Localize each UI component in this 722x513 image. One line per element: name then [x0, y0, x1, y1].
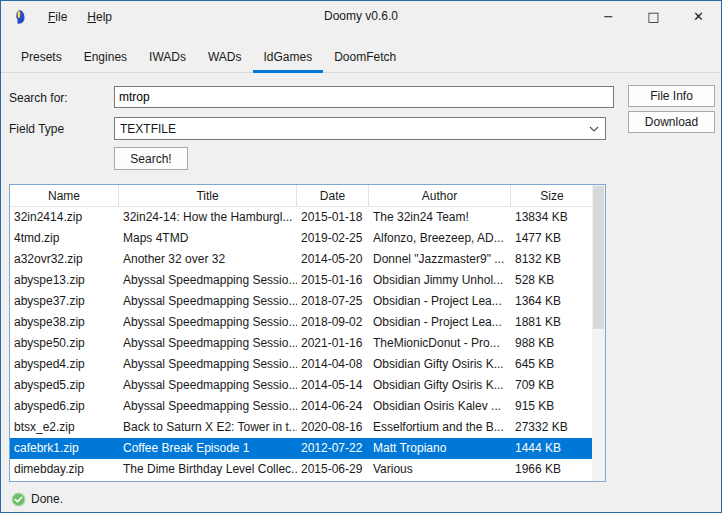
cell-title: Coffee Break Episode 1 — [119, 438, 297, 459]
cell-size: 1966 KB — [511, 459, 592, 480]
cell-date: 2015-01-16 — [297, 270, 369, 291]
cell-name: abysped6.zip — [10, 396, 119, 417]
minimize-button[interactable]: − — [586, 1, 631, 32]
cell-name: 4tmd.zip — [10, 228, 119, 249]
cell-name: abysped5.zip — [10, 375, 119, 396]
cell-name: abyspe13.zip — [10, 270, 119, 291]
cell-title: Abyssal Speedmapping Sessio... — [119, 291, 297, 312]
tab-wads[interactable]: WADs — [197, 45, 253, 73]
cell-date: 2018-09-02 — [297, 312, 369, 333]
app-icon — [12, 9, 28, 25]
cell-author: TheMionicDonut - Pro... — [369, 333, 511, 354]
tab-idgames[interactable]: IdGames — [253, 45, 324, 73]
cell-title: Another 32 over 32 — [119, 249, 297, 270]
cell-author: Obsidian Gifty Osiris K... — [369, 375, 511, 396]
search-button[interactable]: Search! — [114, 147, 188, 170]
cell-size: 27332 KB — [511, 417, 592, 438]
field-type-dropdown[interactable]: TEXTFILE — [114, 117, 606, 140]
header-date[interactable]: Date — [297, 185, 369, 206]
cell-title: Abyssal Speedmapping Sessio... — [119, 312, 297, 333]
results-table: Name Title Date Author Size 32in2414.zip… — [9, 184, 606, 482]
table-row[interactable]: dmxopl.zipDMXOPL v2.102017-05-20ConSiGno… — [10, 480, 592, 481]
cell-date: 2021-01-16 — [297, 333, 369, 354]
vertical-scrollbar[interactable] — [592, 185, 605, 481]
table-row[interactable]: btsx_e2.zipBack to Saturn X E2: Tower in… — [10, 417, 592, 438]
table-row[interactable]: abysped6.zipAbyssal Speedmapping Sessio.… — [10, 396, 592, 417]
cell-name: abyspe50.zip — [10, 333, 119, 354]
app-window: File Help Doomy v0.6.0 − □ ✕ Presets Eng… — [0, 0, 722, 513]
cell-name: abyspe38.zip — [10, 312, 119, 333]
menu-bar: File Help — [38, 6, 122, 28]
cell-title: Abyssal Speedmapping Sessio... — [119, 375, 297, 396]
title-bar: File Help Doomy v0.6.0 − □ ✕ — [1, 1, 721, 32]
cell-size: 709 KB — [511, 375, 592, 396]
table-header: Name Title Date Author Size — [10, 185, 605, 207]
field-type-label: Field Type — [9, 122, 64, 136]
cell-date: 2014-05-20 — [297, 249, 369, 270]
window-controls: − □ ✕ — [586, 1, 721, 32]
table-row[interactable]: 4tmd.zipMaps 4TMD2019-02-25Alfonzo, Bree… — [10, 228, 592, 249]
cell-date: 2015-06-29 — [297, 459, 369, 480]
cell-size: 1477 KB — [511, 228, 592, 249]
cell-author: Matt Tropiano — [369, 438, 511, 459]
cell-date: 2012-07-22 — [297, 438, 369, 459]
cell-size: 8132 KB — [511, 249, 592, 270]
tab-doomfetch[interactable]: DoomFetch — [323, 45, 407, 73]
field-type-value: TEXTFILE — [115, 122, 583, 136]
cell-name: dimebday.zip — [10, 459, 119, 480]
table-row[interactable]: abyspe38.zipAbyssal Speedmapping Sessio.… — [10, 312, 592, 333]
scrollbar-thumb[interactable] — [593, 186, 604, 329]
search-input[interactable] — [114, 86, 614, 108]
cell-name: dmxopl.zip — [10, 480, 119, 481]
header-size[interactable]: Size — [511, 185, 593, 206]
menu-file[interactable]: File — [38, 6, 77, 28]
tab-presets[interactable]: Presets — [10, 45, 73, 73]
close-icon: ✕ — [693, 9, 704, 24]
cell-title: Abyssal Speedmapping Sessio... — [119, 396, 297, 417]
table-row[interactable]: abyspe13.zipAbyssal Speedmapping Sessio.… — [10, 270, 592, 291]
download-button[interactable]: Download — [628, 111, 715, 133]
cell-date: 2015-01-18 — [297, 207, 369, 228]
maximize-button[interactable]: □ — [631, 1, 676, 32]
close-button[interactable]: ✕ — [676, 1, 721, 32]
cell-date: 2014-04-08 — [297, 354, 369, 375]
cell-size: 5 KB — [511, 480, 592, 481]
minimize-icon: − — [603, 9, 614, 24]
chevron-down-icon — [583, 126, 605, 132]
menu-help[interactable]: Help — [77, 6, 122, 28]
cell-author: Various — [369, 459, 511, 480]
cell-date: 2014-06-24 — [297, 396, 369, 417]
cell-title: Abyssal Speedmapping Sessio... — [119, 270, 297, 291]
tab-engines[interactable]: Engines — [73, 45, 138, 73]
tab-iwads[interactable]: IWADs — [138, 45, 197, 73]
table-row[interactable]: abyspe37.zipAbyssal Speedmapping Sessio.… — [10, 291, 592, 312]
cell-date: 2019-02-25 — [297, 228, 369, 249]
file-info-button[interactable]: File Info — [628, 85, 715, 107]
cell-size: 988 KB — [511, 333, 592, 354]
cell-author: Alfonzo, Breezeep, AD... — [369, 228, 511, 249]
status-text: Done. — [31, 492, 63, 506]
table-row[interactable]: abysped4.zipAbyssal Speedmapping Sessio.… — [10, 354, 592, 375]
cell-size: 1881 KB — [511, 312, 592, 333]
cell-date: 2020-08-16 — [297, 417, 369, 438]
cell-name: abysped4.zip — [10, 354, 119, 375]
cell-name: cafebrk1.zip — [10, 438, 119, 459]
cell-size: 1444 KB — [511, 438, 592, 459]
cell-size: 1364 KB — [511, 291, 592, 312]
table-row[interactable]: abysped5.zipAbyssal Speedmapping Sessio.… — [10, 375, 592, 396]
table-row[interactable]: dimebday.zipThe Dime Birthday Level Coll… — [10, 459, 592, 480]
table-row[interactable]: abyspe50.zipAbyssal Speedmapping Sessio.… — [10, 333, 592, 354]
cell-title: Maps 4TMD — [119, 228, 297, 249]
table-row[interactable]: 32in2414.zip32in24-14: How the Hamburgl.… — [10, 207, 592, 228]
header-title[interactable]: Title — [119, 185, 297, 206]
header-name[interactable]: Name — [10, 185, 119, 206]
table-row[interactable]: cafebrk1.zipCoffee Break Episode 12012-0… — [10, 438, 592, 459]
table-row[interactable]: a32ovr32.zipAnother 32 over 322014-05-20… — [10, 249, 592, 270]
cell-title: Back to Saturn X E2: Tower in t... — [119, 417, 297, 438]
cell-name: a32ovr32.zip — [10, 249, 119, 270]
header-author[interactable]: Author — [369, 185, 511, 206]
cell-title: DMXOPL v2.10 — [119, 480, 297, 481]
cell-title: The Dime Birthday Level Collec... — [119, 459, 297, 480]
cell-name: abyspe37.zip — [10, 291, 119, 312]
cell-size: 528 KB — [511, 270, 592, 291]
